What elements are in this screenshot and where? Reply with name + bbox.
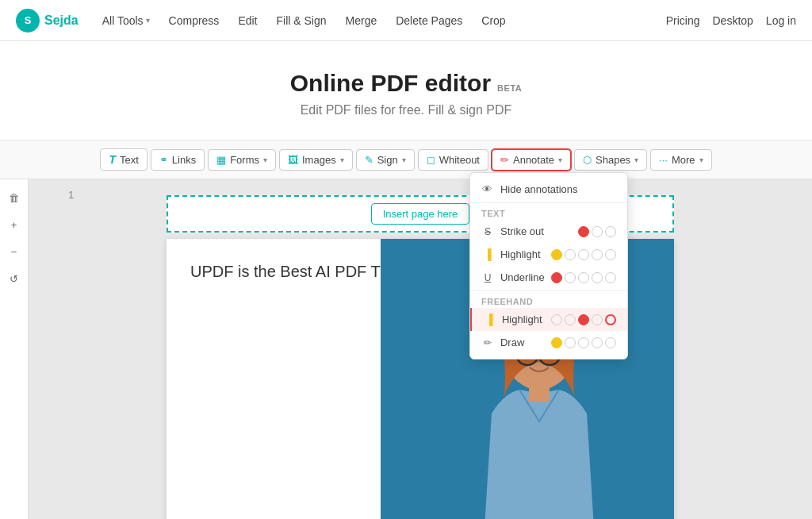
shapes-icon: ⬡: [583, 154, 592, 166]
more-icon: ···: [659, 154, 668, 166]
draw-colors: [551, 337, 616, 348]
ul-red[interactable]: [551, 272, 562, 283]
nav-edit[interactable]: Edit: [230, 10, 265, 32]
delete-tool[interactable]: 🗑: [4, 187, 25, 208]
fh-orange[interactable]: [605, 314, 616, 325]
images-icon: 🖼: [288, 154, 298, 166]
ul-green[interactable]: [565, 272, 576, 283]
annotate-icon: ✏: [500, 154, 509, 166]
nav-compress[interactable]: Compress: [161, 10, 228, 32]
draw-icon: ✏: [481, 337, 494, 348]
fh-blue[interactable]: [592, 314, 603, 325]
insert-page-button[interactable]: Insert page here: [371, 203, 470, 225]
hlt-green[interactable]: [565, 249, 576, 260]
tool-sign[interactable]: ✎ Sign ▾: [356, 149, 415, 171]
main-content: 🗑 + − ↺ 1 Insert page here UPDF is the B…: [0, 179, 812, 519]
hero-title: Online PDF editor BETA: [290, 70, 523, 97]
tool-images[interactable]: 🖼 Images ▾: [279, 149, 353, 171]
tool-whiteout[interactable]: ◻ Whiteout: [418, 149, 488, 171]
hlt-yellow[interactable]: [551, 249, 562, 260]
highlight-freehand-icon: ▐: [483, 313, 496, 325]
sign-icon: ✎: [365, 154, 373, 166]
highlight-text-item[interactable]: ▐ Highlight: [470, 243, 627, 266]
tool-links[interactable]: ⚭ Links: [151, 149, 205, 171]
hlt-blue[interactable]: [592, 249, 603, 260]
fh-red[interactable]: [578, 314, 589, 325]
sign-arrow-icon: ▾: [402, 156, 406, 164]
nav-links: All Tools ▾ Compress Edit Fill & Sign Me…: [94, 10, 666, 32]
draw-blue[interactable]: [578, 337, 589, 348]
tool-forms[interactable]: ▦ Forms ▾: [208, 149, 276, 171]
fh-green[interactable]: [565, 314, 576, 325]
hide-annotations-icon: 👁: [481, 183, 494, 195]
toolbar-wrapper: T Text ⚭ Links ▦ Forms ▾ 🖼 Images ▾: [100, 148, 711, 171]
more-arrow-icon: ▾: [699, 156, 703, 164]
text-icon: T: [109, 153, 116, 166]
color-blue[interactable]: [605, 226, 616, 237]
highlight-freehand-item[interactable]: ▐ Highlight: [470, 308, 627, 331]
draw-dark[interactable]: [592, 337, 603, 348]
annotate-arrow-icon: ▾: [558, 156, 562, 164]
tool-text[interactable]: T Text: [100, 148, 147, 171]
draw-item[interactable]: ✏ Draw: [470, 331, 627, 354]
nav-right: Pricing Desktop Log in: [666, 14, 796, 27]
toolbar: T Text ⚭ Links ▦ Forms ▾ 🖼 Images ▾: [100, 148, 711, 171]
ul-orange[interactable]: [605, 272, 616, 283]
draw-orange[interactable]: [605, 337, 616, 348]
nav-all-tools[interactable]: All Tools ▾: [94, 10, 158, 32]
highlight-text-colors: [551, 249, 616, 260]
ul-dark[interactable]: [592, 272, 603, 283]
underline-colors: [551, 272, 616, 283]
ul-blue[interactable]: [578, 272, 589, 283]
page-number: 1: [68, 189, 74, 201]
navbar: S Sejda All Tools ▾ Compress Edit Fill &…: [0, 0, 812, 41]
hlt-orange[interactable]: [605, 249, 616, 260]
links-icon: ⚭: [159, 154, 168, 166]
strikeout-item[interactable]: S Strike out: [470, 220, 627, 243]
nav-delete-pages[interactable]: Delete Pages: [388, 10, 470, 32]
highlight-text-icon: ▐: [481, 248, 494, 260]
nav-crop[interactable]: Crop: [473, 10, 513, 32]
tool-shapes[interactable]: ⬡ Shapes ▾: [574, 149, 647, 171]
images-arrow-icon: ▾: [340, 156, 344, 164]
logo[interactable]: S Sejda: [16, 9, 79, 33]
strikeout-colors: [578, 226, 616, 237]
reset-tool[interactable]: ↺: [4, 268, 25, 289]
nav-fill-sign[interactable]: Fill & Sign: [269, 10, 335, 32]
underline-icon: U: [481, 272, 494, 283]
draw-green[interactable]: [565, 337, 576, 348]
hide-annotations-item[interactable]: 👁 Hide annotations: [470, 178, 627, 201]
logo-icon: S: [16, 9, 40, 33]
hero-section: Online PDF editor BETA Edit PDF files fo…: [0, 41, 812, 140]
nav-desktop[interactable]: Desktop: [712, 14, 753, 27]
whiteout-icon: ◻: [427, 154, 435, 166]
arrow-icon: ▾: [146, 16, 150, 25]
side-tools: 🗑 + − ↺: [0, 179, 29, 519]
nav-merge[interactable]: Merge: [338, 10, 385, 32]
nav-login[interactable]: Log in: [766, 14, 796, 27]
forms-arrow-icon: ▾: [263, 156, 267, 164]
underline-item[interactable]: U Underline: [470, 266, 627, 289]
draw-yellow[interactable]: [551, 337, 562, 348]
toolbar-area: T Text ⚭ Links ▦ Forms ▾ 🖼 Images ▾: [0, 140, 812, 179]
tool-annotate[interactable]: ✏ Annotate ▾: [492, 149, 571, 171]
highlight-freehand-colors: [551, 314, 616, 325]
beta-badge: BETA: [497, 83, 522, 93]
color-green[interactable]: [592, 226, 603, 237]
zoom-in-tool[interactable]: +: [4, 214, 25, 235]
svg-rect-9: [529, 386, 550, 402]
strikeout-icon: S: [481, 226, 494, 237]
freehand-section-label: FREEHAND: [470, 293, 627, 308]
text-section-label: TEXT: [470, 205, 627, 220]
zoom-out-tool[interactable]: −: [4, 241, 25, 262]
color-red[interactable]: [578, 226, 589, 237]
fh-yellow[interactable]: [551, 314, 562, 325]
annotate-dropdown: 👁 Hide annotations TEXT S Strike out: [469, 172, 628, 359]
dropdown-menu: 👁 Hide annotations TEXT S Strike out: [469, 172, 628, 359]
nav-pricing[interactable]: Pricing: [666, 14, 700, 27]
tool-more[interactable]: ··· More ▾: [650, 149, 711, 171]
brand-name: Sejda: [44, 13, 79, 28]
pdf-area: 1 Insert page here UPDF is the Best AI P…: [29, 179, 812, 519]
hero-subtitle: Edit PDF files for free. Fill & sign PDF: [16, 103, 796, 117]
hlt-red[interactable]: [578, 249, 589, 260]
